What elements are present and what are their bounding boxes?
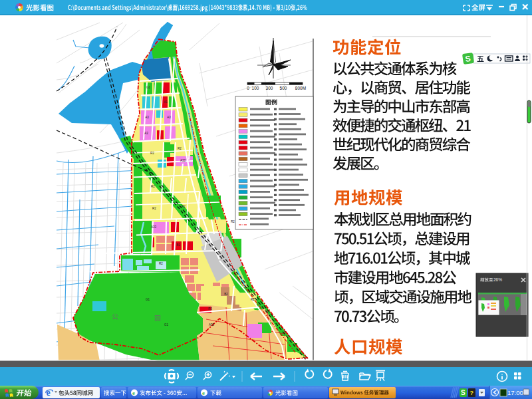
svg-text:800M: 800M [295, 86, 306, 90]
svg-text:R2: R2 [178, 147, 182, 150]
svg-text:B1: B1 [176, 243, 180, 247]
svg-text:A1: A1 [164, 100, 168, 104]
svg-text:?: ? [470, 390, 474, 396]
svg-text:e: e [202, 390, 205, 396]
svg-text:e: e [47, 388, 51, 398]
svg-text:A33: A33 [209, 323, 215, 327]
svg-text:100: 100 [252, 86, 259, 90]
svg-text:R2: R2 [251, 298, 255, 301]
svg-text:17:00: 17:00 [507, 389, 523, 396]
svg-text:A33: A33 [151, 225, 157, 229]
svg-text:R3: R3 [208, 307, 212, 311]
svg-text:R2: R2 [151, 185, 155, 188]
svg-text:A3: A3 [167, 116, 171, 119]
svg-text:A3: A3 [145, 116, 149, 119]
svg-text:B2: B2 [224, 293, 228, 296]
svg-text:R2: R2 [231, 220, 235, 223]
svg-text:G1: G1 [146, 86, 151, 89]
svg-text:26%: 26% [493, 277, 502, 282]
svg-text:e: e [132, 390, 135, 396]
svg-text:R2: R2 [150, 152, 154, 155]
svg-text:300: 300 [266, 86, 273, 90]
svg-text:S: S [461, 389, 466, 396]
svg-text:500: 500 [280, 86, 287, 90]
svg-text:R2: R2 [152, 207, 156, 210]
svg-text:R2: R2 [182, 205, 186, 208]
svg-text:G1: G1 [146, 298, 150, 301]
svg-text:0: 0 [247, 86, 249, 90]
svg-text:A33: A33 [180, 159, 186, 162]
svg-text:A3: A3 [144, 132, 148, 135]
svg-text:R2: R2 [159, 262, 163, 265]
svg-text:G1: G1 [164, 323, 169, 327]
